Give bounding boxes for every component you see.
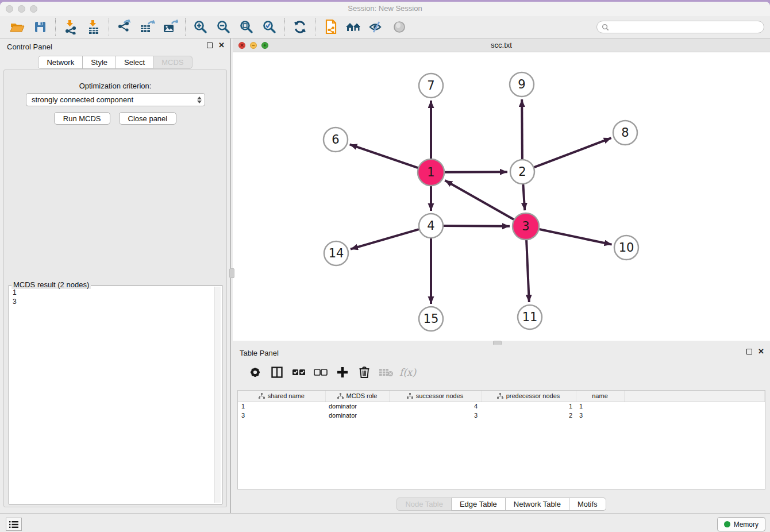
- tab-network[interactable]: Network: [38, 56, 83, 69]
- function-builder-button: f(x): [398, 364, 417, 381]
- toolbar-separator: [185, 18, 186, 36]
- control-panel: Control Panel ✕ Network Style Select MCD…: [0, 38, 231, 513]
- control-panel-title: Control Panel: [7, 43, 52, 51]
- zoom-fit-icon: [239, 20, 254, 34]
- graph-node-11[interactable]: 11: [518, 305, 542, 329]
- create-network-from-selection-button[interactable]: [319, 18, 342, 36]
- task-history-button[interactable]: [6, 518, 22, 531]
- graph-node-2[interactable]: 2: [510, 160, 534, 184]
- export-table-button[interactable]: [136, 18, 159, 36]
- table-toolbar: f(x): [237, 361, 765, 384]
- delete-table-button: [376, 364, 395, 381]
- memory-button[interactable]: Memory: [717, 517, 765, 531]
- hide-selected-button[interactable]: [365, 18, 388, 36]
- criterion-value: strongly connected component: [32, 95, 133, 104]
- mcds-result-list[interactable]: 1 3: [10, 287, 214, 503]
- tab-motifs[interactable]: Motifs: [569, 498, 606, 511]
- import-table-button[interactable]: [82, 18, 105, 36]
- float-panel-icon[interactable]: [207, 43, 213, 48]
- graph-node-9[interactable]: 9: [510, 72, 534, 97]
- import-network-button[interactable]: [59, 18, 82, 36]
- apply-layout-button[interactable]: [288, 18, 311, 36]
- delete-column-button[interactable]: [355, 364, 374, 381]
- graph-node-8[interactable]: 8: [613, 121, 637, 145]
- select-stepper-icon: [194, 94, 205, 106]
- zoom-in-button[interactable]: [189, 18, 212, 36]
- graph-edge-4-14[interactable]: [351, 229, 419, 249]
- open-session-button[interactable]: [6, 18, 29, 36]
- main-toolbar: [0, 16, 770, 38]
- graph-edge-2-8[interactable]: [534, 138, 611, 167]
- graph-edge-1-6[interactable]: [350, 144, 418, 168]
- close-panel-button[interactable]: Close panel: [119, 112, 177, 125]
- table-panel: Table Panel ✕: [233, 345, 770, 513]
- graph-node-1[interactable]: 1: [418, 159, 444, 186]
- network-title: scc.txt: [233, 41, 770, 49]
- graph-node-15[interactable]: 15: [419, 307, 443, 331]
- graph-node-4[interactable]: 4: [419, 214, 443, 238]
- zoom-selected-button[interactable]: [258, 18, 281, 36]
- tab-style[interactable]: Style: [82, 56, 116, 69]
- graph-node-6[interactable]: 6: [324, 128, 348, 152]
- vertical-splitter-handle[interactable]: [229, 268, 234, 278]
- graph-edge-3-11[interactable]: [526, 240, 529, 302]
- table-row[interactable]: 1 dominator 4 1 1: [238, 402, 765, 411]
- deselect-all-button[interactable]: [311, 364, 330, 381]
- run-mcds-button[interactable]: Run MCDS: [54, 112, 110, 125]
- show-columns-button[interactable]: [267, 364, 286, 381]
- zoom-out-button[interactable]: [212, 18, 235, 36]
- save-session-button[interactable]: [29, 18, 52, 36]
- graph-edge-3-1[interactable]: [445, 180, 514, 219]
- table-tabs: Node Table Edge Table Network Table Moti…: [396, 498, 606, 511]
- show-hidden-button[interactable]: [388, 18, 411, 36]
- add-column-button[interactable]: [333, 364, 352, 381]
- table-settings-button[interactable]: [245, 364, 264, 381]
- graph-edge-1-2[interactable]: [445, 172, 507, 172]
- graph-edge-2-9[interactable]: [522, 99, 522, 159]
- criterion-select[interactable]: strongly connected component: [26, 93, 205, 106]
- graph-node-7[interactable]: 7: [419, 74, 443, 98]
- search-input[interactable]: [609, 23, 759, 31]
- graph-edge-3-10[interactable]: [540, 229, 612, 245]
- app-window: Session: New Session: [0, 2, 770, 532]
- result-scrollbar[interactable]: [214, 287, 221, 503]
- network-canvas-svg: 7968124314101511: [233, 52, 770, 341]
- node-table[interactable]: shared name MCDS role successor nodes pr…: [237, 390, 765, 489]
- table-row[interactable]: 3 dominator 3 2 3: [238, 411, 765, 420]
- first-neighbors-button[interactable]: [342, 18, 365, 36]
- mcds-result-box: MCDS result (2 nodes) 1 3: [9, 285, 222, 504]
- graph-node-label: 14: [329, 246, 344, 260]
- fx-icon: f(x): [399, 367, 416, 378]
- float-table-panel-icon[interactable]: [746, 349, 752, 354]
- graph-node-10[interactable]: 10: [614, 236, 638, 260]
- tab-mcds[interactable]: MCDS: [153, 56, 192, 69]
- graph-edge-2-3[interactable]: [523, 184, 525, 210]
- tab-network-table[interactable]: Network Table: [505, 498, 569, 511]
- table-header-row[interactable]: shared name MCDS role successor nodes pr…: [238, 391, 765, 402]
- close-table-panel-icon[interactable]: ✕: [758, 349, 764, 354]
- graph-node-label: 2: [518, 165, 526, 179]
- network-titlebar[interactable]: ✕ − + scc.txt: [233, 38, 770, 52]
- search-box[interactable]: [596, 21, 764, 33]
- column-header-shared-name: shared name: [238, 391, 325, 402]
- zoom-fit-button[interactable]: [235, 18, 258, 36]
- close-panel-icon[interactable]: ✕: [218, 43, 225, 48]
- mcds-panel: Optimization criterion: strongly connect…: [3, 70, 227, 507]
- graph-node-3[interactable]: 3: [513, 213, 539, 240]
- column-header-predecessor-nodes: predecessor nodes: [481, 391, 576, 402]
- network-canvas[interactable]: 7968124314101511: [233, 52, 770, 341]
- network-window: ✕ − + scc.txt 7968124314101511: [233, 38, 770, 345]
- tab-select[interactable]: Select: [116, 56, 153, 69]
- tab-edge-table[interactable]: Edge Table: [451, 498, 506, 511]
- export-image-button[interactable]: [159, 18, 182, 36]
- graph-node-14[interactable]: 14: [324, 241, 348, 265]
- gear-icon: [249, 366, 261, 379]
- tab-node-table[interactable]: Node Table: [396, 498, 452, 511]
- export-network-button[interactable]: [113, 18, 136, 36]
- select-all-button[interactable]: [289, 364, 308, 381]
- delete-table-icon: [378, 367, 394, 378]
- import-table-icon: [86, 20, 101, 34]
- zoom-in-icon: [193, 20, 208, 34]
- result-item: 1: [13, 288, 212, 297]
- graph-edge-4-3[interactable]: [444, 226, 510, 226]
